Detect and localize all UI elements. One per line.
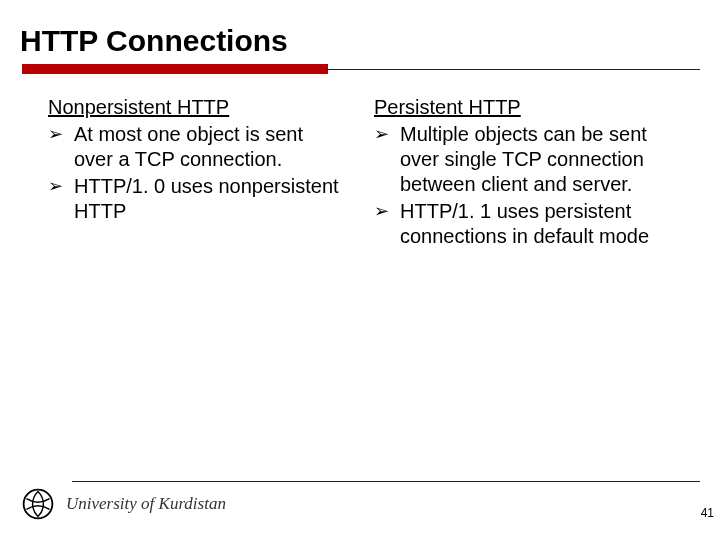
bullet-icon: ➢ [374,199,400,223]
title-underline-red [22,64,328,74]
footer-row: University of Kurdistan [20,486,700,522]
bullet-icon: ➢ [48,174,74,198]
right-bullet-list: ➢ Multiple objects can be sent over sing… [374,122,672,249]
university-name: University of Kurdistan [66,494,226,514]
slide-title: HTTP Connections [20,24,700,58]
list-item: ➢ HTTP/1. 0 uses nonpersistent HTTP [48,174,346,224]
bullet-text: Multiple objects can be sent over single… [400,122,672,197]
list-item: ➢ At most one object is sent over a TCP … [48,122,346,172]
footer-rule [72,481,700,482]
list-item: ➢ HTTP/1. 1 uses persistent connections … [374,199,672,249]
page-number: 41 [701,506,714,520]
slide: HTTP Connections Nonpersistent HTTP ➢ At… [0,0,720,540]
left-column: Nonpersistent HTTP ➢ At most one object … [48,95,346,251]
bullet-text: At most one object is sent over a TCP co… [74,122,346,172]
university-logo-icon [20,486,56,522]
right-heading: Persistent HTTP [374,95,672,120]
bullet-icon: ➢ [48,122,74,146]
bullet-icon: ➢ [374,122,400,146]
left-heading: Nonpersistent HTTP [48,95,346,120]
right-column: Persistent HTTP ➢ Multiple objects can b… [374,95,672,251]
list-item: ➢ Multiple objects can be sent over sing… [374,122,672,197]
left-bullet-list: ➢ At most one object is sent over a TCP … [48,122,346,224]
bullet-text: HTTP/1. 0 uses nonpersistent HTTP [74,174,346,224]
title-underline-thin [326,69,700,70]
content-columns: Nonpersistent HTTP ➢ At most one object … [20,75,700,251]
svg-point-0 [24,490,53,519]
footer: University of Kurdistan [0,481,720,522]
bullet-text: HTTP/1. 1 uses persistent connections in… [400,199,672,249]
